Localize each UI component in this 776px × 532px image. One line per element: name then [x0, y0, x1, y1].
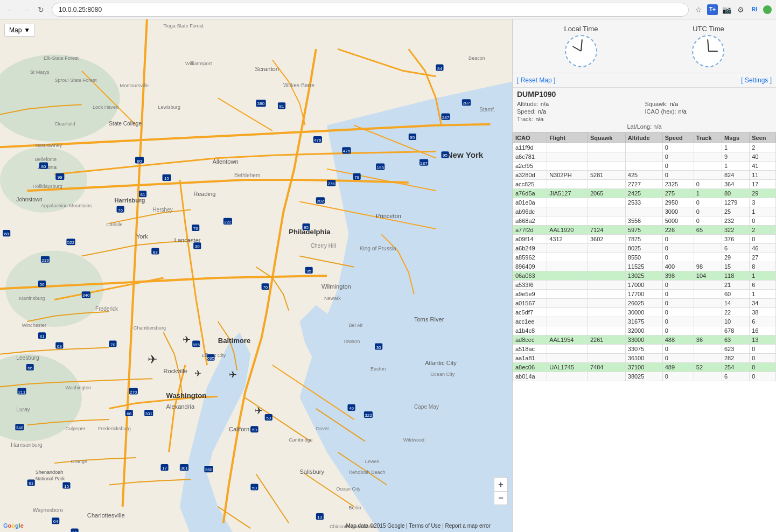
ext2-icon[interactable]: 📷: [721, 4, 732, 15]
cell-seen: 2: [750, 143, 776, 152]
col-seen[interactable]: Seen: [750, 133, 776, 143]
table-row[interactable]: a85962855002927: [513, 253, 776, 262]
table-row[interactable]: ab96dc30000251: [513, 207, 776, 216]
map-container[interactable]: Scranton Wilkes-Barre Williamsport Monto…: [0, 19, 512, 532]
svg-text:Williamsport: Williamsport: [185, 61, 212, 66]
cell-seen: 0: [750, 363, 776, 372]
cell-icao: a09f14: [513, 235, 547, 244]
ext3-icon[interactable]: RI: [749, 4, 760, 15]
cell-flight: [547, 354, 588, 363]
col-icao[interactable]: ICAO: [513, 133, 547, 143]
table-row[interactable]: a09f1443123602787503760: [513, 235, 776, 244]
settings-button[interactable]: [ Settings ]: [741, 76, 772, 84]
table-row[interactable]: ad8cecAAL1954226133000488366313: [513, 335, 776, 345]
map-type-selector[interactable]: Map ▼: [4, 24, 35, 37]
cell-track: [694, 152, 722, 162]
cell-altitude: 31675: [625, 317, 662, 326]
svg-text:76: 76: [118, 208, 123, 213]
cell-track: [694, 290, 722, 299]
svg-text:Frederick: Frederick: [95, 306, 118, 312]
cell-seen: 38: [750, 308, 776, 317]
cell-squawk: [588, 253, 625, 262]
cell-icao: acc825: [513, 180, 547, 189]
aircraft-icon-3[interactable]: ✈: [194, 368, 201, 379]
table-row[interactable]: ac5df73000002238: [513, 308, 776, 317]
cell-seen: 29: [750, 189, 776, 198]
col-flight[interactable]: Flight: [547, 133, 588, 143]
zoom-out-button[interactable]: −: [494, 491, 508, 505]
cell-track: [694, 308, 722, 317]
refresh-button[interactable]: ↻: [34, 3, 47, 16]
svg-text:Chambersburg: Chambersburg: [134, 325, 166, 331]
table-row[interactable]: a1b4c832000067816: [513, 326, 776, 335]
cell-flight: [547, 152, 588, 162]
data-table-container[interactable]: ICAO Flight Squawk Altitude Speed Track …: [513, 132, 776, 532]
aircraft-icon-5[interactable]: ✈: [255, 405, 263, 417]
col-altitude[interactable]: Altitude: [625, 133, 662, 143]
svg-text:76: 76: [193, 226, 198, 231]
map-svg: Scranton Wilkes-Barre Williamsport Monto…: [0, 19, 512, 532]
squawk-label: Squawk:: [645, 101, 668, 107]
cell-msgs: 1: [722, 143, 749, 152]
svg-text:83: 83: [153, 250, 158, 255]
table-row[interactable]: 8964091152540098158: [513, 262, 776, 271]
svg-text:95: 95: [306, 269, 311, 274]
table-row[interactable]: a533f6170000216: [513, 281, 776, 290]
table-row[interactable]: a2cf950141: [513, 162, 776, 171]
aircraft-icon-1[interactable]: ✈: [183, 334, 191, 346]
zoom-in-button[interactable]: +: [494, 477, 508, 491]
cell-track: [694, 253, 722, 262]
cell-seen: 0: [750, 354, 776, 363]
status-dot: [763, 5, 772, 14]
ext1-icon[interactable]: T+: [707, 4, 718, 15]
star-icon[interactable]: ☆: [693, 4, 704, 15]
table-row[interactable]: a11f9d012: [513, 143, 776, 152]
aircraft-icon-2[interactable]: ✈: [148, 353, 157, 367]
svg-text:15: 15: [64, 484, 69, 489]
cell-flight: [547, 162, 588, 171]
table-row[interactable]: a9e5e9177000601: [513, 290, 776, 299]
table-row[interactable]: a518ac3307506230: [513, 345, 776, 354]
back-button[interactable]: ←: [4, 3, 17, 16]
browser-chrome: ← → ↻ 10.0.0.25:8080 ☆ T+ 📷 ⚙ RI: [0, 0, 776, 19]
svg-text:81: 81: [29, 481, 33, 486]
cell-altitude: [625, 143, 662, 152]
col-squawk[interactable]: Squawk: [588, 133, 625, 143]
svg-text:211: 211: [18, 390, 26, 395]
table-row[interactable]: acc82527272325036417: [513, 180, 776, 189]
table-row[interactable]: a3280dN302PH5281425082411: [513, 171, 776, 180]
col-speed[interactable]: Speed: [662, 133, 694, 143]
svg-text:Wildwood: Wildwood: [403, 437, 424, 443]
table-row[interactable]: a6c7810940: [513, 152, 776, 162]
svg-text:13: 13: [317, 515, 322, 520]
table-row[interactable]: a76d5aJIA51272065242527518029: [513, 189, 776, 198]
cell-flight: [547, 372, 588, 381]
svg-text:Berlin: Berlin: [348, 505, 361, 510]
address-bar[interactable]: 10.0.0.25:8080: [52, 3, 689, 17]
svg-text:Alexandria: Alexandria: [166, 403, 195, 410]
svg-text:222: 222: [224, 220, 232, 225]
cell-altitude: 5975: [625, 226, 662, 235]
col-track[interactable]: Track: [694, 133, 722, 143]
cell-squawk: [588, 198, 625, 207]
speed-value: n/a: [538, 108, 546, 115]
svg-text:30: 30: [376, 345, 381, 350]
reset-map-button[interactable]: [ Reset Map ]: [517, 76, 555, 84]
table-row[interactable]: a6b24980250646: [513, 244, 776, 253]
table-row[interactable]: aa1a813610002820: [513, 354, 776, 363]
track-row: Track: n/a: [517, 116, 644, 122]
aircraft-icon-4[interactable]: ✈: [229, 369, 237, 381]
table-row[interactable]: a668a23556500002320: [513, 216, 776, 226]
settings-icon[interactable]: ⚙: [735, 4, 746, 15]
cell-track: [694, 235, 722, 244]
table-row[interactable]: a77f2dAAL192071245975226653222: [513, 226, 776, 235]
col-msgs[interactable]: Msgs: [722, 133, 749, 143]
forward-button[interactable]: →: [19, 3, 32, 16]
table-row[interactable]: a8ec06UAL1745748437100489522540: [513, 363, 776, 372]
table-row[interactable]: ab014a38025060: [513, 372, 776, 381]
table-row[interactable]: 06a063130253981041181: [513, 271, 776, 281]
table-row[interactable]: acc1ee316750106: [513, 317, 776, 326]
map-type-chevron: ▼: [24, 26, 30, 34]
table-row[interactable]: a01e0a25332950012793: [513, 198, 776, 207]
table-row[interactable]: a015672602501434: [513, 299, 776, 308]
